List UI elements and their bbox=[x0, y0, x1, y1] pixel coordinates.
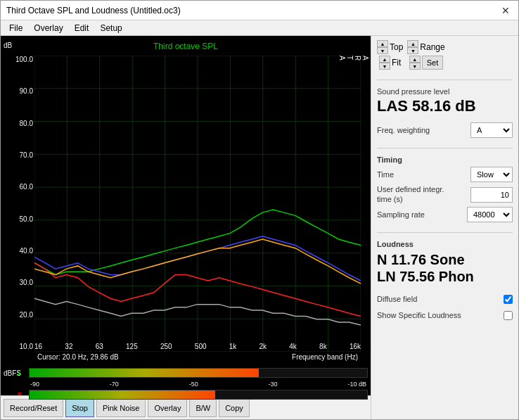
freq-weighting-row: Freq. weighting A bbox=[377, 122, 513, 138]
menu-bar: File Overlay Edit Setup bbox=[1, 20, 518, 36]
set-button[interactable]: Set bbox=[422, 56, 444, 70]
scale-L-70: -70 bbox=[110, 381, 119, 388]
pink-noise-button[interactable]: Pink Noise bbox=[96, 399, 146, 417]
cursor-text: Cursor: 20.0 Hz, 29.86 dB bbox=[37, 353, 119, 363]
divider-3 bbox=[377, 232, 513, 233]
x-tick-2k: 2k bbox=[260, 343, 267, 350]
x-tick-63: 63 bbox=[96, 343, 103, 350]
record-reset-button[interactable]: Record/Reset bbox=[4, 399, 63, 417]
x-tick-32: 32 bbox=[65, 343, 72, 350]
set-down-button[interactable]: ▼ bbox=[409, 63, 421, 70]
x-tick-16k: 16k bbox=[350, 343, 361, 350]
spl-section-label: Sound pressure level bbox=[377, 87, 513, 96]
stop-button[interactable]: Stop bbox=[65, 399, 94, 417]
sampling-rate-row: Sampling rate 48000 bbox=[377, 207, 513, 222]
level-meter: dBFS L -90 -70 -50 -30 -10 dB bbox=[1, 364, 371, 395]
spl-section: Sound pressure level LAS 58.16 dB bbox=[377, 87, 513, 115]
loudness-section: Loudness N 11.76 Sone LN 75.56 Phon bbox=[377, 240, 513, 289]
overlay-button[interactable]: Overlay bbox=[148, 399, 187, 417]
diffuse-field-checkbox[interactable] bbox=[504, 295, 513, 304]
y-tick-40: 40.0 bbox=[2, 247, 33, 255]
show-specific-label: Show Specific Loudness bbox=[377, 311, 461, 319]
menu-setup[interactable]: Setup bbox=[94, 22, 127, 34]
meter-scale-top: -90 -70 -50 -30 -10 dB bbox=[4, 381, 368, 388]
scale-L-10: -10 dB bbox=[347, 381, 366, 388]
arta-label: ARTA bbox=[338, 56, 369, 61]
user-integr-input[interactable] bbox=[470, 187, 513, 203]
loudness-n-value: N 11.76 Sone bbox=[377, 251, 513, 268]
user-integr-label: User defined integr. time (s) bbox=[377, 185, 454, 203]
timing-section: Timing Time Slow User defined integr. ti… bbox=[377, 155, 513, 224]
fit-up-button[interactable]: ▲ bbox=[379, 56, 390, 63]
range-up-button[interactable]: ▲ bbox=[407, 40, 418, 47]
y-tick-30: 30.0 bbox=[2, 279, 33, 286]
R-meter-bar bbox=[29, 390, 368, 400]
copy-button[interactable]: Copy bbox=[219, 399, 250, 417]
x-tick-250: 250 bbox=[160, 343, 172, 350]
range-spinners: ▲ ▼ bbox=[407, 40, 418, 54]
timing-label: Timing bbox=[377, 155, 513, 164]
L-label: dBFS bbox=[4, 369, 18, 377]
menu-edit[interactable]: Edit bbox=[69, 22, 95, 34]
y-tick-80: 80.0 bbox=[2, 120, 33, 127]
top-group: ▲ ▼ Top ▲ ▼ Fit bbox=[377, 40, 403, 70]
diffuse-field-label: Diffuse field bbox=[377, 295, 417, 303]
db-label: dB bbox=[4, 42, 12, 49]
chart-title: Third octave SPL bbox=[1, 42, 371, 51]
top-spinners: ▲ ▼ bbox=[377, 40, 388, 54]
cursor-bar: Cursor: 20.0 Hz, 29.86 dB Frequency band… bbox=[1, 352, 371, 364]
top-label: Top bbox=[390, 42, 403, 52]
x-tick-500: 500 bbox=[195, 343, 207, 350]
chart-area: Third octave SPL dB ARTA 100.0 90.0 80.0… bbox=[1, 36, 371, 419]
menu-file[interactable]: File bbox=[4, 22, 28, 34]
scale-L-50: -50 bbox=[189, 381, 198, 388]
x-tick-125: 125 bbox=[126, 343, 138, 350]
sampling-rate-select[interactable]: 48000 bbox=[467, 207, 513, 222]
L-channel-label: L bbox=[18, 369, 29, 376]
x-tick-4k: 4k bbox=[289, 343, 297, 350]
time-row: Time Slow bbox=[377, 167, 513, 182]
L-meter-bar bbox=[29, 368, 368, 378]
time-label: Time bbox=[377, 170, 394, 179]
range-down-button[interactable]: ▼ bbox=[407, 47, 418, 54]
top-up-button[interactable]: ▲ bbox=[377, 40, 388, 47]
fit-label: Fit bbox=[392, 58, 401, 68]
x-axis: 16 32 63 125 250 500 1k 2k 4k 8k 16k bbox=[34, 343, 361, 350]
set-spinners: ▲ ▼ bbox=[409, 56, 421, 70]
x-tick-8k: 8k bbox=[319, 343, 327, 350]
loudness-label: Loudness bbox=[377, 240, 513, 248]
freq-weighting-select[interactable]: A bbox=[470, 122, 513, 138]
x-tick-16: 16 bbox=[34, 343, 42, 350]
range-label: Range bbox=[420, 42, 444, 52]
title-bar: Third Octave SPL and Loudness (Untitled.… bbox=[1, 1, 518, 20]
y-tick-20: 20.0 bbox=[2, 311, 33, 319]
y-tick-60: 60.0 bbox=[2, 183, 33, 191]
set-up-button[interactable]: ▲ bbox=[409, 56, 421, 63]
scale-L-90: -90 bbox=[30, 381, 39, 388]
freq-weighting-label: Freq. weighting bbox=[377, 126, 430, 134]
range-group: ▲ ▼ Range ▲ ▼ Set bbox=[407, 40, 444, 70]
spl-value: LAS 58.16 dB bbox=[377, 97, 513, 115]
level-meter-L-row: dBFS L bbox=[4, 366, 368, 380]
window-title: Third Octave SPL and Loudness (Untitled.… bbox=[6, 6, 181, 15]
diffuse-field-row: Diffuse field bbox=[377, 295, 513, 304]
right-panel: ▲ ▼ Top ▲ ▼ Fit bbox=[371, 36, 518, 419]
close-button[interactable]: ✕ bbox=[499, 4, 513, 18]
top-range-controls: ▲ ▼ Top ▲ ▼ Fit bbox=[377, 40, 513, 70]
y-tick-70: 70.0 bbox=[2, 151, 33, 159]
y-tick-90: 90.0 bbox=[2, 87, 33, 95]
bw-button[interactable]: B/W bbox=[189, 399, 217, 417]
time-select[interactable]: Slow bbox=[470, 167, 513, 182]
menu-overlay[interactable]: Overlay bbox=[28, 22, 68, 34]
freq-band-label: Frequency band (Hz) bbox=[292, 353, 358, 363]
divider-2 bbox=[377, 148, 513, 148]
top-down-button[interactable]: ▼ bbox=[377, 47, 388, 54]
fit-down-button[interactable]: ▼ bbox=[379, 63, 390, 70]
chart-canvas bbox=[34, 56, 361, 352]
scale-L-30: -30 bbox=[269, 381, 278, 388]
y-tick-10: 10.0 bbox=[2, 343, 33, 350]
y-axis: 100.0 90.0 80.0 70.0 60.0 50.0 40.0 30.0… bbox=[1, 56, 34, 352]
show-specific-checkbox[interactable] bbox=[504, 311, 513, 320]
x-tick-1k: 1k bbox=[229, 343, 237, 350]
user-integr-row: User defined integr. time (s) bbox=[377, 185, 513, 203]
